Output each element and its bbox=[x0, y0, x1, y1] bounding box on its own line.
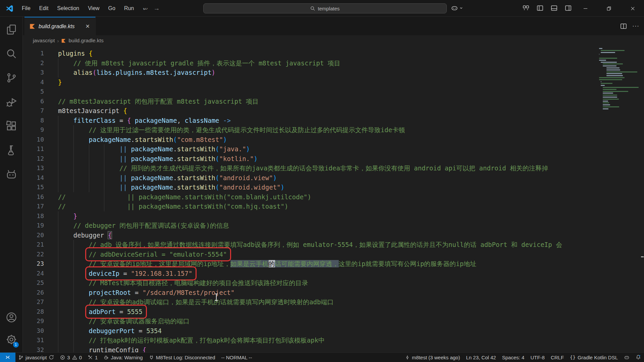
nav-forward-button[interactable]: → bbox=[152, 4, 162, 13]
line-number[interactable]: 17 bbox=[23, 202, 58, 211]
line-number[interactable]: 5 bbox=[23, 87, 58, 97]
line-content[interactable]: runtimeConfig { bbox=[58, 345, 644, 353]
line-content[interactable]: // adbDeviceSerial = "emulator-5554" bbox=[58, 250, 644, 259]
line-number[interactable]: 28 bbox=[23, 307, 58, 317]
code-line[interactable]: 12 || packageName.startsWith("kotlin.") bbox=[23, 154, 644, 164]
line-number[interactable]: 19 bbox=[23, 221, 58, 230]
code-line[interactable]: 28 adbPort = 5555 bbox=[23, 307, 644, 317]
code-line[interactable]: 14 || packageName.startsWith("android.vi… bbox=[23, 173, 644, 183]
line-content[interactable]: || packageName.startsWith("android.widge… bbox=[58, 183, 644, 192]
line-content[interactable] bbox=[58, 87, 644, 97]
code-line[interactable]: 31 // 打包apk时的运行时模板apk配置，打包apk时会将脚本项目打包到该… bbox=[23, 335, 644, 345]
line-number[interactable]: 20 bbox=[23, 230, 58, 240]
code-line[interactable]: 9 // 这里用于过滤一些需要使用的类，避免生成代码提示文件时间过长以及防止过多… bbox=[23, 125, 644, 135]
explorer-icon[interactable] bbox=[2, 20, 21, 39]
code-line[interactable]: 23 // 安卓设备的ip地址，这里是局域网的ip地址，如果是云手机的话可能需要… bbox=[23, 259, 644, 269]
line-content[interactable]: plugins { bbox=[58, 49, 644, 58]
m8test-extension-icon[interactable] bbox=[2, 165, 21, 184]
line-number[interactable]: 26 bbox=[23, 288, 58, 298]
line-content[interactable]: // || packageName.startsWith("com.hjq.to… bbox=[58, 202, 644, 211]
code-line[interactable]: 18 } bbox=[23, 211, 644, 221]
code-line[interactable]: 25 // M8Test脚本项目根路径，电脑端构建好的项目会推送到该路径对应的目… bbox=[23, 278, 644, 288]
line-number[interactable]: 31 bbox=[23, 335, 58, 345]
line-number[interactable]: 16 bbox=[23, 192, 58, 202]
line-number[interactable]: 22 bbox=[23, 250, 58, 259]
line-content[interactable]: // 安卓设备的adb调试端口，如果是云手机的话就需要填写内网穿透时映射的adb… bbox=[58, 297, 644, 307]
code-line[interactable]: 1plugins { bbox=[23, 49, 644, 58]
code-line[interactable]: 4} bbox=[23, 77, 644, 87]
line-number[interactable]: 10 bbox=[23, 135, 58, 145]
minimap[interactable] bbox=[598, 46, 641, 352]
problems-status[interactable]: 3 0 bbox=[57, 353, 85, 362]
line-content[interactable]: // adb 设备序列，如果您通过数据线连接则需要填写adb设备序列，例如 em… bbox=[58, 240, 644, 250]
language-mode[interactable]: {} Gradle Kotlin DSL bbox=[567, 353, 621, 362]
vim-mode[interactable]: -- NORMAL -- bbox=[218, 353, 255, 362]
search-sidebar-icon[interactable] bbox=[2, 44, 21, 63]
tab-close-icon[interactable]: ✕ bbox=[84, 22, 91, 30]
line-content[interactable]: filterClass = { packageName, className -… bbox=[58, 116, 644, 125]
line-content[interactable]: projectRoot = "/sdcard/M8Test/project" bbox=[58, 288, 644, 298]
remote-indicator[interactable] bbox=[0, 353, 15, 362]
tools-status[interactable]: 1 bbox=[85, 353, 101, 362]
toggle-sidebar-icon[interactable] bbox=[537, 5, 543, 11]
code-line[interactable]: 30 debuggerPort = 5354 bbox=[23, 326, 644, 336]
minimize-button[interactable] bbox=[576, 0, 595, 17]
code-line[interactable]: 17// || packageName.startsWith("com.hjq.… bbox=[23, 202, 644, 211]
line-number[interactable]: 29 bbox=[23, 316, 58, 326]
line-content[interactable]: m8testJavascript { bbox=[58, 106, 644, 116]
line-number[interactable]: 11 bbox=[23, 144, 58, 154]
line-number[interactable]: 14 bbox=[23, 173, 58, 183]
restore-button[interactable] bbox=[599, 0, 619, 17]
menu-selection[interactable]: Selection bbox=[53, 4, 84, 13]
customize-layout-icon[interactable] bbox=[523, 5, 529, 11]
cursor-position[interactable]: Ln 23, Col 42 bbox=[463, 353, 499, 362]
copilot-status[interactable] bbox=[621, 353, 633, 362]
extensions-icon[interactable] bbox=[2, 117, 21, 136]
code-line[interactable]: 2 // 使用 m8test javascript gradle 插件，表示这是… bbox=[23, 58, 644, 68]
settings-gear-icon[interactable]: 1 bbox=[2, 330, 21, 349]
breadcrumb-folder[interactable]: javascript bbox=[33, 38, 55, 44]
line-number[interactable]: 24 bbox=[23, 269, 58, 278]
line-content[interactable]: // 安卓设备调试器服务启动的端口 bbox=[58, 316, 644, 326]
code-line[interactable]: 27 // 安卓设备的adb调试端口，如果是云手机的话就需要填写内网穿透时映射的… bbox=[23, 297, 644, 307]
line-content[interactable]: // 打包apk时的运行时模板apk配置，打包apk时会将脚本项目打包到该模板a… bbox=[58, 335, 644, 345]
line-number[interactable]: 1 bbox=[23, 49, 58, 58]
code-line[interactable]: 3 alias(libs.plugins.m8test.javascript) bbox=[23, 68, 644, 77]
line-number[interactable]: 25 bbox=[23, 278, 58, 288]
code-line[interactable]: 5 bbox=[23, 87, 644, 97]
code-line[interactable]: 32 runtimeConfig { bbox=[23, 345, 644, 353]
encoding[interactable]: UTF-8 bbox=[527, 353, 548, 362]
line-number[interactable]: 27 bbox=[23, 297, 58, 307]
line-content[interactable]: // M8Test脚本项目根路径，电脑端构建好的项目会推送到该路径对应的目录 bbox=[58, 278, 644, 288]
menu-view[interactable]: View bbox=[84, 4, 104, 13]
code-line[interactable]: 15 || packageName.startsWith("android.wi… bbox=[23, 183, 644, 192]
code-line[interactable]: 22 // adbDeviceSerial = "emulator-5554" bbox=[23, 250, 644, 259]
source-control-icon[interactable] bbox=[2, 68, 21, 87]
commit-info[interactable]: m8test (3 weeks ago) bbox=[402, 353, 463, 362]
run-and-debug-icon[interactable] bbox=[2, 93, 21, 111]
java-status[interactable]: Java: Warning bbox=[101, 353, 146, 362]
toggle-secondary-sidebar-icon[interactable] bbox=[565, 5, 572, 11]
line-content[interactable]: } bbox=[58, 77, 644, 87]
split-editor-icon[interactable] bbox=[620, 23, 627, 30]
toggle-panel-icon[interactable] bbox=[551, 5, 557, 11]
copilot-menu[interactable] bbox=[451, 4, 463, 12]
account-icon[interactable] bbox=[2, 308, 21, 327]
menu-go[interactable]: Go bbox=[104, 4, 120, 13]
line-content[interactable]: debuggerPort = 5354 bbox=[58, 326, 644, 336]
branch-status[interactable]: javascript bbox=[15, 353, 57, 362]
line-number[interactable]: 6 bbox=[23, 97, 58, 106]
close-window-button[interactable] bbox=[623, 0, 642, 17]
line-content[interactable]: // 使用 m8test javascript gradle 插件，表示这是一个… bbox=[58, 58, 644, 68]
line-number[interactable]: 8 bbox=[23, 116, 58, 125]
code-line[interactable]: 16// || packageName.startsWith("com.blan… bbox=[23, 192, 644, 202]
line-number[interactable]: 9 bbox=[23, 125, 58, 135]
code-line[interactable]: 21 // adb 设备序列，如果您通过数据线连接则需要填写adb设备序列，例如… bbox=[23, 240, 644, 250]
notifications[interactable] bbox=[633, 353, 644, 362]
eol-sequence[interactable]: CRLF bbox=[548, 353, 567, 362]
command-center-search[interactable]: templates bbox=[203, 3, 447, 13]
line-number[interactable]: 32 bbox=[23, 345, 58, 353]
line-content[interactable]: packageName.startsWith("com.m8test") bbox=[58, 135, 644, 145]
menu-file[interactable]: File bbox=[17, 4, 35, 13]
line-content[interactable]: adbPort = 5555 bbox=[58, 307, 644, 317]
